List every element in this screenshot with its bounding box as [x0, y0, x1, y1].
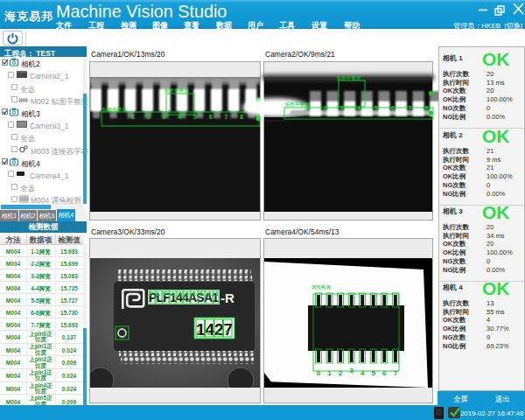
svg-text:4: 4 — [178, 114, 181, 120]
svg-text:0: 0 — [317, 369, 321, 377]
svg-text:调焦检测: 调焦检测 — [311, 284, 332, 290]
svg-text:贴面平整度: 贴面平整度 — [164, 88, 189, 94]
svg-text:2: 2 — [216, 330, 220, 336]
svg-text:2: 2 — [323, 105, 326, 111]
svg-text:7: 7 — [408, 105, 411, 111]
svg-text:1: 1 — [327, 369, 332, 377]
svg-text:4: 4 — [357, 105, 360, 111]
svg-text:6: 6 — [382, 369, 387, 377]
svg-text:1: 1 — [131, 114, 135, 120]
svg-text:2: 2 — [147, 114, 150, 120]
svg-text:3: 3 — [349, 367, 354, 374]
svg-text:3: 3 — [163, 114, 166, 120]
svg-text:4: 4 — [360, 369, 365, 377]
svg-text:8: 8 — [425, 105, 429, 111]
svg-text:1: 1 — [197, 330, 200, 336]
svg-text:7: 7 — [394, 369, 398, 377]
svg-text:1: 1 — [306, 105, 310, 111]
svg-text:6: 6 — [391, 105, 395, 111]
svg-text:6: 6 — [209, 114, 213, 120]
svg-text:7: 7 — [225, 114, 228, 120]
svg-text:5: 5 — [374, 105, 378, 111]
svg-text:3: 3 — [340, 105, 344, 111]
svg-text:8: 8 — [240, 114, 243, 120]
svg-text:2: 2 — [339, 369, 343, 377]
svg-text:贴面平整度: 贴面平整度 — [337, 75, 361, 81]
svg-text:-R: -R — [220, 290, 234, 305]
svg-text:5: 5 — [372, 369, 376, 377]
svg-text:5: 5 — [193, 114, 197, 120]
svg-text:贴面平整度: 贴面平整度 — [102, 107, 127, 113]
svg-text:7: 7 — [225, 330, 228, 336]
svg-text:4: 4 — [206, 330, 210, 336]
